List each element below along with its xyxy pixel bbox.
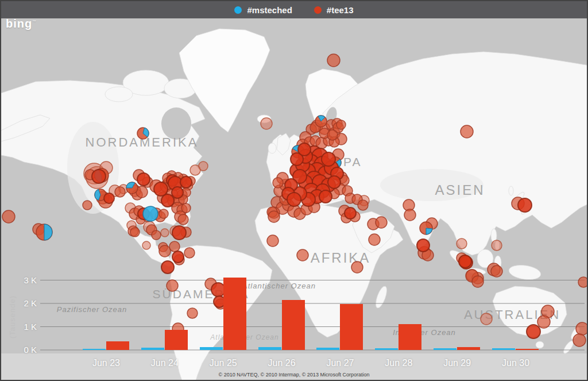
bar-tee13-jun-30[interactable] — [516, 349, 539, 350]
y-axis-tick-label: 2 K — [1, 298, 37, 308]
bar-chart — [1, 1, 587, 380]
bar-tee13-jun-28[interactable] — [399, 324, 421, 350]
x-axis-label: Jun 24 — [141, 358, 189, 368]
bing-logo[interactable]: bing™ — [6, 17, 37, 30]
x-axis-label: Jun 23 — [82, 358, 130, 368]
bar-tee13-jun-29[interactable] — [457, 347, 480, 350]
y-axis-tick-label: 1 K — [1, 322, 37, 332]
x-axis-label: Jun 26 — [258, 358, 306, 368]
x-axis-label: Jun 28 — [374, 358, 423, 368]
bar-tee13-jun-27[interactable] — [340, 304, 363, 350]
map-attribution: © 2010 NAVTEQ, © 2010 Intermap, © 2013 M… — [1, 372, 587, 378]
social-map-dashboard: NORDAMERIKAEUROPAASIENAFRIKASÜDAMERIKAAU… — [0, 0, 588, 381]
y-axis-title: (Tausende) — [8, 276, 17, 357]
bar-msteched-jun-28[interactable] — [375, 348, 398, 350]
legend-dot-icon — [314, 6, 322, 14]
x-axis-label: Jun 27 — [316, 358, 364, 368]
x-axis-label: Jun 30 — [492, 358, 540, 368]
hashtag-legend: #msteched#tee13 — [234, 5, 353, 15]
bar-tee13-jun-26[interactable] — [282, 300, 305, 350]
legend-dot-icon — [234, 6, 242, 14]
x-axis-label: Jun 25 — [199, 358, 247, 368]
legend-label: #tee13 — [327, 5, 354, 15]
bar-msteched-jun-23[interactable] — [83, 349, 106, 350]
bar-msteched-jun-25[interactable] — [200, 347, 223, 350]
y-axis-tick-label: 0 K — [1, 345, 37, 355]
legend-item-tee13[interactable]: #tee13 — [314, 5, 354, 15]
bar-tee13-jun-24[interactable] — [165, 330, 188, 350]
bar-msteched-jun-26[interactable] — [258, 347, 281, 350]
bar-msteched-jun-24[interactable] — [141, 348, 164, 350]
bar-msteched-jun-27[interactable] — [316, 348, 339, 350]
x-axis-label: Jun 29 — [433, 358, 481, 368]
legend-label: #msteched — [247, 5, 292, 15]
legend-bar: #msteched#tee13 — [1, 1, 587, 18]
bar-tee13-jun-25[interactable] — [223, 278, 246, 350]
bar-msteched-jun-29[interactable] — [434, 348, 457, 350]
bar-msteched-jun-30[interactable] — [492, 348, 515, 350]
legend-item-msteched[interactable]: #msteched — [234, 5, 292, 15]
y-axis-tick-label: 3 K — [1, 275, 37, 285]
bar-tee13-jun-23[interactable] — [106, 341, 129, 350]
